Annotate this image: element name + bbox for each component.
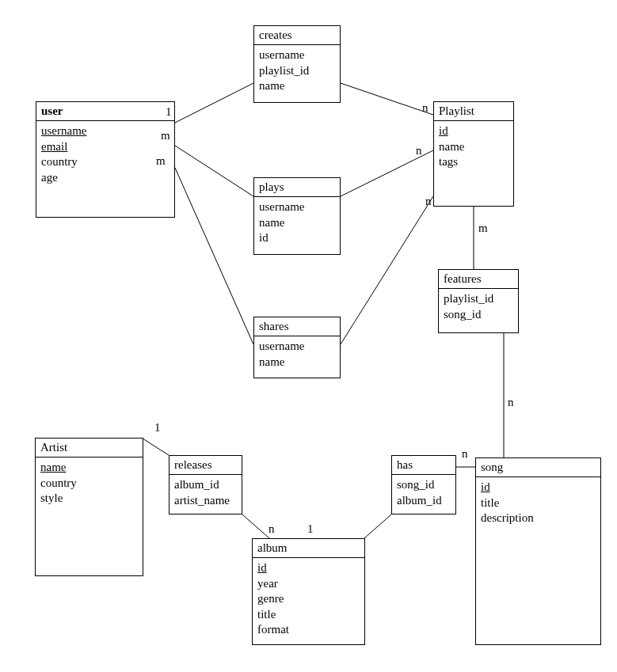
entity-album-title: album (253, 539, 364, 558)
card-user-shares: m (156, 154, 166, 168)
card-user-plays: m (161, 129, 170, 142)
attr-has-songid: song_id (397, 477, 451, 493)
attr-has-albumid: album_id (397, 493, 451, 509)
entity-user: user username email country age (36, 101, 175, 218)
attr-user-email: email (41, 139, 169, 155)
attr-features-playlistid: playlist_id (444, 291, 513, 307)
card-shares-playlist: n (425, 195, 432, 208)
entity-song-title: song (476, 458, 600, 477)
card-features-song: n (508, 396, 514, 409)
entity-song-body: id title description (476, 477, 600, 531)
attr-creates-username: username (259, 47, 335, 63)
entity-album: album id year genre title format (252, 538, 365, 645)
entity-has: has song_id album_id (391, 455, 456, 514)
entity-artist-title: Artist (36, 439, 143, 457)
entity-creates-body: username playlist_id name (254, 45, 340, 99)
attr-song-description: description (481, 511, 596, 526)
entity-playlist: Playlist id name tags (433, 101, 514, 207)
attr-user-age: age (41, 170, 169, 186)
svg-line-1 (175, 146, 253, 196)
entity-releases-body: album_id artist_name (169, 475, 242, 513)
attr-releases-albumid: album_id (174, 477, 237, 493)
entity-plays: plays username name id (253, 177, 341, 255)
attr-playlist-id: id (439, 123, 508, 139)
entity-user-title: user (36, 102, 174, 121)
entity-plays-title: plays (254, 178, 340, 197)
entity-shares-body: username name (254, 336, 340, 374)
attr-features-songid: song_id (444, 307, 513, 323)
attr-playlist-name: name (439, 139, 508, 155)
entity-playlist-body: id name tags (434, 121, 513, 175)
entity-features-title: features (439, 270, 518, 289)
card-releases-artist: 1 (154, 421, 161, 435)
entity-creates: creates username playlist_id name (253, 25, 341, 103)
attr-song-title2: title (481, 495, 596, 511)
entity-has-title: has (392, 456, 455, 475)
card-has-album: 1 (307, 522, 314, 536)
attr-user-username: username (41, 123, 169, 139)
card-song-has: n (462, 447, 468, 461)
card-playlist-features: m (478, 222, 488, 235)
attr-releases-artistname: artist_name (174, 493, 237, 509)
entity-playlist-title: Playlist (434, 102, 513, 121)
svg-line-5 (341, 196, 433, 344)
entity-artist-body: name country style (36, 457, 143, 511)
attr-shares-username: username (259, 339, 335, 355)
svg-line-3 (341, 83, 433, 115)
entity-plays-body: username name id (254, 197, 340, 251)
svg-line-9 (364, 514, 391, 538)
attr-artist-country: country (40, 476, 138, 492)
attr-album-year: year (257, 576, 360, 592)
card-user-creates: 1 (166, 105, 172, 119)
entity-has-body: song_id album_id (392, 475, 455, 513)
attr-album-format: format (257, 622, 360, 638)
attr-album-title2: title (257, 607, 360, 623)
entity-features-body: playlist_id song_id (439, 289, 518, 327)
svg-line-0 (175, 83, 253, 123)
attr-plays-username: username (259, 199, 335, 215)
attr-playlist-tags: tags (439, 154, 508, 170)
attr-plays-name: name (259, 215, 335, 231)
attr-shares-name: name (259, 355, 335, 370)
card-plays-playlist: n (416, 144, 422, 158)
attr-creates-name: name (259, 78, 335, 94)
svg-line-2 (175, 168, 253, 344)
entity-releases-title: releases (169, 456, 242, 475)
attr-song-id: id (481, 480, 596, 495)
entity-album-body: id year genre title format (253, 558, 364, 643)
entity-releases: releases album_id artist_name (169, 455, 242, 514)
entity-creates-title: creates (254, 26, 340, 45)
entity-shares-title: shares (254, 317, 340, 336)
attr-artist-style: style (40, 491, 138, 507)
entity-artist: Artist name country style (35, 438, 143, 576)
entity-user-body: username email country age (36, 121, 174, 190)
attr-album-genre: genre (257, 591, 360, 607)
attr-album-id: id (257, 560, 360, 576)
card-album-releases: n (269, 522, 275, 536)
entity-features: features playlist_id song_id (438, 269, 519, 333)
attr-artist-name: name (40, 460, 138, 476)
card-creates-playlist: n (422, 101, 428, 115)
entity-song: song id title description (475, 457, 601, 645)
attr-plays-id: id (259, 230, 335, 246)
svg-line-10 (242, 514, 269, 538)
attr-creates-playlistid: playlist_id (259, 63, 335, 79)
entity-shares: shares username name (253, 317, 341, 378)
attr-user-country: country (41, 154, 169, 170)
svg-line-11 (143, 439, 169, 455)
